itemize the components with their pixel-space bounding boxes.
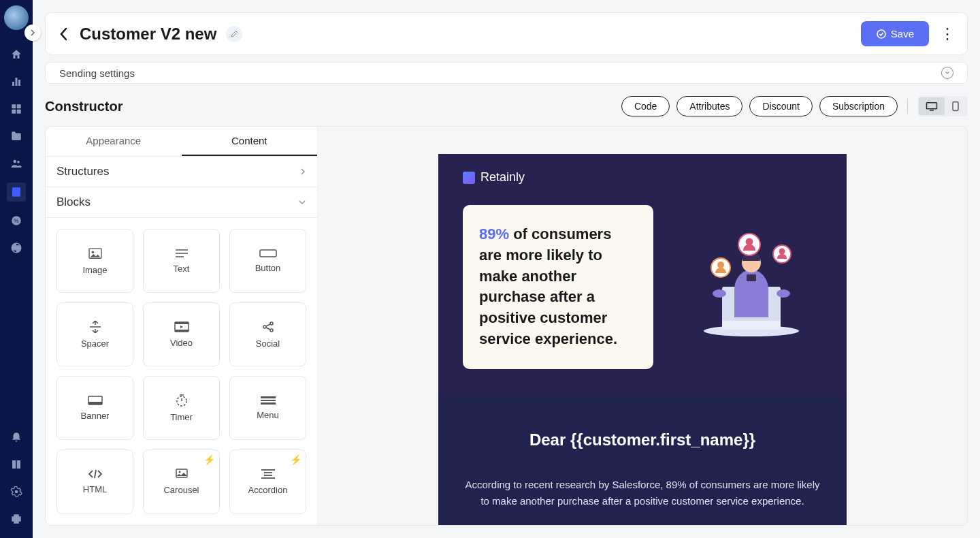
bell-icon[interactable] (8, 429, 24, 445)
toolbar: Constructor Code Attributes Discount Sub… (45, 96, 968, 116)
block-timer[interactable]: Timer (143, 376, 220, 440)
subscription-button[interactable]: Subscription (819, 96, 898, 116)
templates-icon[interactable] (7, 183, 26, 202)
chevron-right-icon (299, 168, 306, 176)
bolt-icon: ⚡ (203, 454, 215, 465)
svg-rect-4 (17, 104, 21, 108)
back-button[interactable] (59, 27, 69, 42)
block-banner[interactable]: Banner (56, 376, 133, 440)
svg-rect-36 (261, 400, 276, 401)
svg-point-26 (270, 322, 273, 325)
block-accordion[interactable]: ⚡Accordion (229, 449, 306, 513)
block-button[interactable]: Button (229, 229, 306, 293)
svg-text:%: % (14, 218, 19, 224)
svg-rect-1 (16, 78, 18, 86)
brand-name: Retainly (480, 170, 525, 185)
email-preview[interactable]: Retainly 89% of consumers are more likel… (318, 127, 967, 525)
svg-point-12 (15, 490, 18, 494)
stat-card: 89% of consumers are more likely to make… (463, 205, 653, 369)
chevron-down-icon (298, 199, 306, 206)
svg-point-7 (14, 160, 17, 163)
block-label: Carousel (163, 485, 199, 495)
block-label: Spacer (81, 338, 109, 349)
svg-rect-2 (18, 80, 20, 86)
discount-button[interactable]: Discount (749, 96, 812, 116)
block-label: Text (174, 264, 190, 274)
brand: Retainly (463, 170, 822, 185)
attributes-button[interactable]: Attributes (676, 96, 742, 116)
svg-point-50 (777, 289, 790, 298)
docs-icon[interactable] (8, 456, 24, 473)
save-button[interactable]: Save (861, 21, 929, 46)
promo-icon[interactable]: % (8, 212, 24, 229)
svg-rect-3 (12, 104, 16, 108)
svg-point-25 (263, 326, 266, 328)
apps-icon[interactable] (8, 101, 24, 117)
expand-sidebar-button[interactable] (24, 25, 41, 41)
svg-point-52 (717, 262, 724, 268)
svg-rect-37 (261, 402, 276, 405)
code-button[interactable]: Code (621, 96, 670, 116)
block-image[interactable]: Image (56, 229, 133, 293)
avatar[interactable] (4, 5, 29, 30)
editor-area: Appearance Content Structures Blocks Ima… (45, 126, 968, 526)
tab-content[interactable]: Content (182, 127, 318, 156)
sending-settings-label: Sending settings (59, 67, 135, 79)
sidebar: % (0, 0, 33, 538)
constructor-title: Constructor (45, 99, 122, 114)
globe-icon[interactable] (8, 240, 24, 256)
block-video[interactable]: Video (143, 302, 220, 366)
plugin-icon[interactable] (8, 511, 24, 527)
svg-rect-15 (953, 102, 958, 111)
desktop-view-button[interactable] (919, 97, 945, 115)
hero-illustration (674, 205, 822, 369)
home-icon[interactable] (8, 46, 24, 63)
svg-point-27 (270, 329, 273, 332)
tab-appearance[interactable]: Appearance (46, 127, 182, 156)
block-spacer[interactable]: Spacer (56, 302, 133, 366)
svg-point-8 (17, 161, 20, 163)
svg-rect-38 (176, 469, 187, 477)
section-structures[interactable]: Structures (46, 157, 317, 187)
folder-icon[interactable] (8, 128, 24, 144)
divider (907, 99, 908, 114)
block-label: Menu (257, 410, 279, 420)
bolt-icon: ⚡ (290, 454, 301, 465)
section-blocks[interactable]: Blocks (46, 187, 317, 218)
block-social[interactable]: Social (229, 302, 306, 366)
block-label: Banner (81, 411, 110, 421)
analytics-icon[interactable] (8, 74, 24, 90)
page-title: Customer V2 new (80, 25, 216, 44)
device-toggle (917, 96, 968, 116)
svg-rect-24 (175, 330, 189, 332)
block-label: Button (255, 263, 281, 273)
email-hero-section: Retainly 89% of consumers are more likel… (438, 154, 847, 396)
svg-rect-48 (747, 274, 756, 281)
stat-percent: 89% (479, 225, 509, 242)
svg-point-39 (178, 471, 180, 473)
svg-rect-9 (12, 187, 20, 197)
settings-icon[interactable] (8, 484, 24, 500)
sending-settings-toggle[interactable]: Sending settings (45, 62, 968, 84)
svg-point-56 (779, 249, 785, 255)
block-html[interactable]: HTML (56, 449, 133, 513)
users-icon[interactable] (8, 155, 24, 172)
svg-line-29 (266, 328, 270, 330)
svg-rect-21 (260, 250, 276, 257)
brand-logo-icon (463, 172, 475, 184)
svg-rect-35 (261, 396, 276, 398)
block-menu[interactable]: Menu (229, 376, 306, 440)
svg-rect-14 (927, 103, 937, 109)
mobile-view-button[interactable] (945, 97, 966, 115)
block-text[interactable]: Text (143, 229, 220, 293)
email-canvas: Retainly 89% of consumers are more likel… (438, 154, 847, 525)
chevron-down-icon (941, 67, 953, 79)
main-area: Customer V2 new Save ⋮ Sending settings … (33, 0, 980, 538)
block-carousel[interactable]: ⚡Carousel (143, 449, 220, 513)
section-modules[interactable]: Modules (46, 525, 317, 526)
overflow-menu[interactable]: ⋮ (940, 25, 953, 43)
edit-title-button[interactable] (226, 26, 242, 42)
tabs: Appearance Content (46, 127, 317, 157)
block-label: Timer (170, 412, 193, 422)
svg-rect-31 (88, 402, 102, 405)
